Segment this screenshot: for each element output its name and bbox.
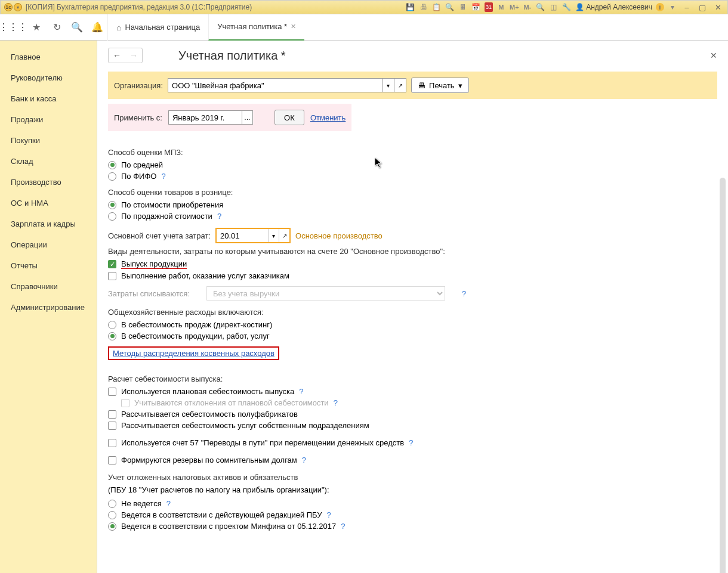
checkbox-internal-services[interactable] <box>108 422 116 430</box>
checkbox-deviations <box>121 399 129 407</box>
nav-forward-button[interactable]: → <box>125 48 142 63</box>
org-dropdown-button[interactable]: ▾ <box>382 78 394 92</box>
checkbox-reserves[interactable] <box>108 456 116 464</box>
apps-menu-icon[interactable]: ⋮⋮⋮ <box>0 14 26 41</box>
copy-icon[interactable]: 📋 <box>432 2 442 12</box>
radio-deferred-current[interactable] <box>108 511 116 519</box>
sidebar-item-main[interactable]: Главное <box>0 47 97 67</box>
sidebar-item-assets[interactable]: ОС и НМА <box>0 193 97 213</box>
nav-back-button[interactable]: ← <box>109 48 125 63</box>
sidebar-item-reports[interactable]: Отчеты <box>0 255 97 276</box>
deferred-label-2: (ПБУ 18 "Учет расчетов по налогу на приб… <box>108 485 717 494</box>
calc-label: Расчет себестоимости выпуска: <box>108 374 717 383</box>
history-icon[interactable]: ↻ <box>47 14 67 41</box>
apply-date-input[interactable] <box>168 110 242 125</box>
page-close-button[interactable]: ✕ <box>710 51 717 60</box>
print-button[interactable]: 🖶 Печать ▾ <box>411 78 469 93</box>
radio-retail-sale[interactable] <box>108 212 116 221</box>
home-icon: ⌂ <box>116 23 121 32</box>
printer-icon: 🖶 <box>418 81 425 90</box>
window-minimize-button[interactable]: – <box>681 3 693 12</box>
app-menu-dropdown-icon[interactable]: ▾ <box>14 3 22 11</box>
tab-home-label: Начальная страница <box>125 23 200 32</box>
apply-date-picker-button[interactable]: … <box>242 110 253 125</box>
help-icon[interactable]: ? <box>334 398 338 407</box>
calendar-day-icon[interactable]: 31 <box>485 2 493 12</box>
help-icon[interactable]: ? <box>341 522 345 531</box>
help-icon[interactable]: ? <box>217 212 221 221</box>
acct-input[interactable] <box>217 229 268 242</box>
checkbox-account-57[interactable] <box>108 439 116 447</box>
radio-retail-cost[interactable] <box>108 201 116 209</box>
deferred-label-1: Учет отложенных налоговых активов и обяз… <box>108 473 717 482</box>
checkbox-output-label: Выпуск продукции <box>121 259 187 269</box>
calendar-icon[interactable]: 📅 <box>471 2 481 12</box>
memory-m-icon[interactable]: M <box>496 2 506 12</box>
sidebar-item-operations[interactable]: Операции <box>0 234 97 255</box>
memory-mminus-icon[interactable]: M- <box>523 2 532 12</box>
radio-product-cost-label: В себестоимость продукции, работ, услуг <box>121 332 270 340</box>
nav-arrows: ← → <box>108 48 143 63</box>
checkbox-output[interactable] <box>108 260 116 268</box>
retail-label: Способ оценки товаров в рознице: <box>108 188 717 197</box>
radio-mpz-fifo[interactable] <box>108 172 116 181</box>
app-logo-icon: 1c <box>4 3 13 11</box>
radio-deferred-project[interactable] <box>108 522 116 531</box>
cancel-link[interactable]: Отменить <box>310 113 346 122</box>
help-icon[interactable]: ? <box>299 387 303 396</box>
sidebar-item-purchases[interactable]: Покупки <box>0 130 97 151</box>
zoom-icon[interactable]: 🔍 <box>536 2 545 12</box>
checkbox-planned-cost[interactable] <box>108 388 116 396</box>
ok-button[interactable]: ОК <box>274 110 304 125</box>
mpz-label: Способ оценки МПЗ: <box>108 148 717 157</box>
checkbox-account-57-label: Используется счет 57 "Переводы в пути" п… <box>121 438 404 447</box>
current-user[interactable]: 👤 Андрей Алексеевич <box>575 3 652 11</box>
save-icon[interactable]: 💾 <box>406 2 415 12</box>
checkbox-semi-finished[interactable] <box>108 410 116 419</box>
help-icon[interactable]: ? <box>462 289 466 298</box>
settings-icon[interactable]: 🔧 <box>562 2 572 12</box>
sidebar-item-production[interactable]: Производство <box>0 172 97 193</box>
window-close-button[interactable]: ✕ <box>712 3 724 12</box>
window-maximize-button[interactable]: ▢ <box>696 3 708 12</box>
acct-dropdown-button[interactable]: ▾ <box>268 229 279 242</box>
notifications-icon[interactable]: 🔔 <box>87 14 107 41</box>
print-icon[interactable]: 🖶 <box>419 2 428 12</box>
sidebar-item-bank[interactable]: Банк и касса <box>0 88 97 109</box>
writeoff-select[interactable]: Без учета выручки <box>206 286 445 301</box>
memory-mplus-icon[interactable]: M+ <box>510 2 519 12</box>
sidebar-item-sales[interactable]: Продажи <box>0 109 97 130</box>
acct-open-button[interactable]: ↗ <box>279 229 289 242</box>
indirect-cost-methods-link[interactable]: Методы распределения косвенных расходов <box>113 349 274 358</box>
info-dropdown-icon[interactable]: ▾ <box>668 2 677 12</box>
calc-icon[interactable]: 🖩 <box>458 2 468 12</box>
help-icon[interactable]: ? <box>302 456 306 464</box>
apply-bar: Применить с: … ОК Отменить <box>108 104 351 131</box>
radio-direct-costing[interactable] <box>108 321 116 329</box>
radio-deferred-none[interactable] <box>108 500 116 508</box>
radio-mpz-average[interactable] <box>108 161 116 169</box>
sidebar-item-admin[interactable]: Администрирование <box>0 297 97 318</box>
panels-icon[interactable]: ◫ <box>549 2 559 12</box>
info-icon[interactable]: i <box>656 3 664 11</box>
help-icon[interactable]: ? <box>161 172 165 181</box>
radio-product-cost[interactable] <box>108 332 116 340</box>
search-icon[interactable]: 🔍 <box>67 14 87 41</box>
org-input[interactable] <box>168 78 382 92</box>
help-icon[interactable]: ? <box>409 438 413 447</box>
checkbox-works[interactable] <box>108 272 116 280</box>
compare-icon[interactable]: 🔍 <box>445 2 455 12</box>
help-icon[interactable]: ? <box>166 499 171 508</box>
tab-label: Учетная политика * <box>217 22 287 31</box>
sidebar-item-directories[interactable]: Справочники <box>0 276 97 297</box>
tab-home[interactable]: ⌂ Начальная страница <box>107 14 208 41</box>
favorites-icon[interactable]: ★ <box>26 14 47 41</box>
sidebar-item-warehouse[interactable]: Склад <box>0 151 97 172</box>
sidebar-item-manager[interactable]: Руководителю <box>0 67 97 88</box>
sidebar-item-payroll[interactable]: Зарплата и кадры <box>0 213 97 234</box>
org-open-button[interactable]: ↗ <box>394 78 406 92</box>
vertical-scrollbar[interactable] <box>720 178 726 573</box>
help-icon[interactable]: ? <box>327 510 331 519</box>
tab-accounting-policy[interactable]: Учетная политика * ✕ <box>208 14 304 41</box>
tab-close-icon[interactable]: ✕ <box>291 23 296 30</box>
